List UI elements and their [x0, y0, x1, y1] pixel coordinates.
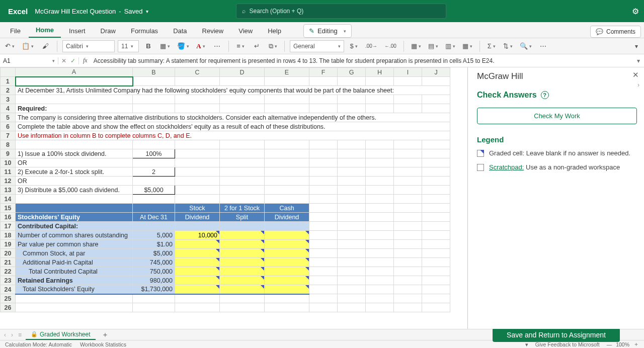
cell[interactable]: [366, 186, 394, 195]
cell[interactable]: [422, 149, 450, 158]
workbook-stats-label[interactable]: Workbook Statistics: [80, 341, 126, 347]
tab-insert[interactable]: Insert: [62, 24, 93, 38]
align-button[interactable]: ≡: [234, 40, 247, 53]
row-header[interactable]: 23: [1, 276, 16, 285]
cell[interactable]: [422, 249, 450, 258]
row-header[interactable]: 8: [1, 140, 16, 149]
cell[interactable]: [422, 213, 450, 222]
find-button[interactable]: 🔍: [518, 40, 534, 53]
col-header[interactable]: J: [422, 68, 450, 77]
gear-icon[interactable]: ⚙: [632, 7, 639, 16]
cell[interactable]: $5,000: [133, 186, 175, 195]
row-header[interactable]: 25: [1, 294, 16, 303]
row-header[interactable]: 17: [1, 222, 16, 231]
col-header[interactable]: F: [309, 68, 338, 77]
col-header[interactable]: D: [220, 68, 265, 77]
sheet-tab[interactable]: 🔒 Graded Worksheet: [26, 330, 96, 340]
cell[interactable]: 3) Distribute a $5,000 cash dividend.: [16, 186, 133, 195]
cell[interactable]: 2) Execute a 2-for-1 stock split.: [16, 167, 133, 177]
cell[interactable]: [338, 149, 366, 158]
row-header[interactable]: 10: [1, 158, 16, 167]
row-header[interactable]: 6: [1, 122, 16, 131]
row-header[interactable]: 4: [1, 104, 16, 113]
cell[interactable]: Required:: [16, 104, 133, 113]
conditional-formatting-button[interactable]: ▦: [409, 40, 423, 53]
col-header[interactable]: B: [133, 68, 175, 77]
fx-icon[interactable]: fx: [79, 57, 92, 64]
cell[interactable]: Use information in column B to complete …: [16, 131, 450, 140]
cell[interactable]: [394, 285, 422, 294]
cell-A1[interactable]: [16, 77, 133, 86]
cell[interactable]: [422, 267, 450, 276]
font-size-select[interactable]: 11▾: [118, 40, 139, 52]
tab-file[interactable]: File: [3, 24, 28, 38]
paste-button[interactable]: 📋: [20, 40, 36, 53]
tab-help[interactable]: Help: [261, 24, 288, 38]
cell[interactable]: [338, 186, 366, 195]
cell[interactable]: [309, 267, 338, 276]
sort-filter-button[interactable]: ⇅: [501, 40, 515, 53]
row-header[interactable]: 2: [1, 86, 16, 95]
cell[interactable]: [394, 249, 422, 258]
row-header[interactable]: 1: [1, 77, 16, 86]
cell[interactable]: [366, 267, 394, 276]
cell[interactable]: At December 31, Artists Unlimited Compan…: [16, 86, 450, 95]
decrease-decimal-button[interactable]: ←.00: [382, 40, 398, 53]
cell[interactable]: [175, 167, 220, 177]
row-header[interactable]: 13: [1, 186, 16, 195]
accept-formula-icon[interactable]: ✓: [70, 57, 75, 64]
row-header[interactable]: 3: [1, 95, 16, 104]
cell[interactable]: [175, 149, 220, 158]
cell[interactable]: [394, 204, 422, 213]
cell[interactable]: OR: [16, 158, 133, 167]
row-header[interactable]: 21: [1, 258, 16, 267]
cell[interactable]: [338, 276, 366, 285]
cell[interactable]: [338, 249, 366, 258]
col-header[interactable]: E: [265, 68, 309, 77]
row-header[interactable]: 5: [1, 113, 16, 122]
cell[interactable]: [309, 285, 338, 294]
cell[interactable]: Complete the table above and show the ef…: [16, 122, 450, 131]
tab-view[interactable]: View: [231, 24, 260, 38]
tab-home[interactable]: Home: [29, 23, 61, 38]
cell[interactable]: [338, 213, 366, 222]
cell[interactable]: [366, 276, 394, 285]
row-header[interactable]: 14: [1, 195, 16, 204]
font-color-button[interactable]: A: [194, 40, 207, 53]
cell[interactable]: 1) Issue a 100% stock dividend.: [16, 149, 133, 158]
bold-button[interactable]: B: [142, 40, 155, 53]
cell[interactable]: [366, 240, 394, 249]
expand-formula-bar-button[interactable]: ▾: [633, 57, 644, 64]
cell[interactable]: [422, 204, 450, 213]
row-header[interactable]: 9: [1, 149, 16, 158]
cell-styles-button[interactable]: ▥: [443, 40, 457, 53]
row-header[interactable]: 11: [1, 167, 16, 177]
cell[interactable]: [220, 167, 265, 177]
cell[interactable]: [338, 204, 366, 213]
cell[interactable]: [366, 231, 394, 240]
row-header[interactable]: 15: [1, 204, 16, 213]
cell[interactable]: [309, 240, 338, 249]
tab-draw[interactable]: Draw: [94, 24, 123, 38]
status-dropdown-icon[interactable]: ▾: [525, 341, 528, 347]
font-family-select[interactable]: Calibri▾: [62, 40, 115, 52]
number-format-select[interactable]: General▾: [290, 40, 344, 52]
cell[interactable]: [366, 249, 394, 258]
borders-button[interactable]: ▦: [158, 40, 172, 53]
cell[interactable]: [422, 285, 450, 294]
row-header[interactable]: 22: [1, 267, 16, 276]
merge-button[interactable]: ⧉: [266, 40, 279, 53]
more-commands-button[interactable]: ⋯: [537, 40, 550, 53]
select-all-corner[interactable]: [1, 68, 16, 77]
feedback-link[interactable]: Give Feedback to Microsoft: [535, 341, 600, 347]
row-header[interactable]: 7: [1, 131, 16, 140]
autosum-button[interactable]: Σ: [485, 40, 498, 53]
cell[interactable]: [309, 149, 338, 158]
name-box[interactable]: A1▾: [0, 57, 58, 64]
cell[interactable]: [309, 231, 338, 240]
cell[interactable]: [394, 186, 422, 195]
spreadsheet-grid[interactable]: A B C D E F G H I J 12At December 31, Ar…: [0, 67, 468, 329]
col-header[interactable]: G: [338, 68, 366, 77]
cell[interactable]: [220, 149, 265, 158]
cell[interactable]: [394, 222, 422, 231]
